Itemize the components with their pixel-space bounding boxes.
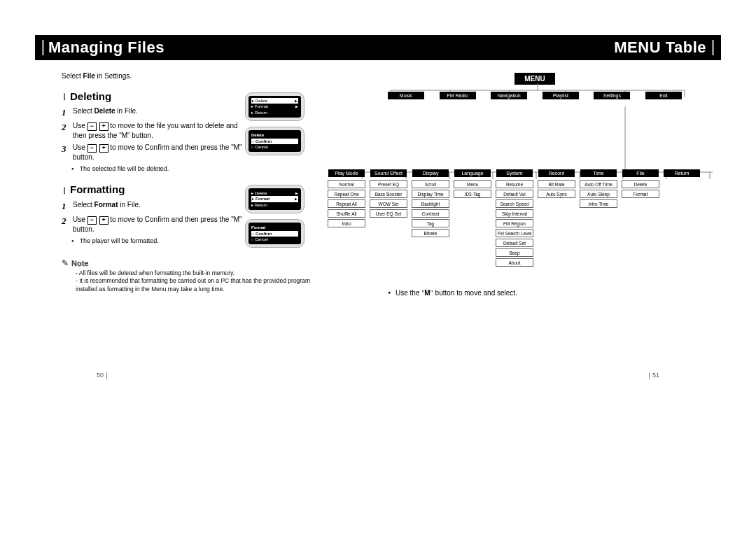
settings-sub-column: FileDeleteFormat bbox=[622, 169, 659, 268]
settings-leaf: Bitrate bbox=[412, 229, 449, 237]
settings-leaf: Shuffle All bbox=[328, 209, 365, 218]
step-text: Select Format in File. bbox=[73, 200, 141, 210]
settings-leaf: WOW Set bbox=[370, 199, 407, 208]
settings-leaf: Repeat All bbox=[328, 199, 365, 208]
text: Select bbox=[73, 201, 94, 209]
menu-node-music: Music bbox=[388, 92, 424, 99]
sheet: Managing Files MENU Table Select File in… bbox=[35, 35, 721, 385]
text: Use the bbox=[396, 289, 421, 297]
settings-sub-column: DisplayScrollDisplay TimeBacklightContra… bbox=[412, 169, 449, 268]
settings-leaf: Repeat One bbox=[328, 190, 365, 198]
settings-leaf: Contrast bbox=[412, 209, 449, 218]
settings-leaf: Auto Off Time bbox=[580, 180, 617, 188]
note-label: Note bbox=[71, 258, 88, 269]
section-marker-icon: ❙ bbox=[62, 92, 67, 101]
text: The selected file will be deleted. bbox=[80, 164, 169, 173]
settings-sub-column: RecordBit RateAuto Sync bbox=[538, 169, 575, 268]
header-right-group: MENU Table bbox=[614, 38, 714, 57]
lcd-line: Return bbox=[251, 110, 298, 115]
settings-leaf: Display Time bbox=[412, 190, 449, 198]
settings-sub-header: Record bbox=[538, 169, 575, 177]
settings-leaf: Normal bbox=[328, 180, 365, 188]
settings-sub-header: Display bbox=[412, 169, 449, 177]
step-number: 3 bbox=[62, 143, 69, 155]
settings-leaf: Tag bbox=[412, 219, 449, 227]
settings-leaf: Search Speed bbox=[496, 199, 533, 208]
settings-leaf: Beep bbox=[496, 248, 533, 257]
header-divider-icon bbox=[712, 40, 714, 55]
settings-leaf: Intro Time bbox=[580, 199, 617, 208]
settings-leaf: Intro bbox=[328, 219, 365, 227]
lcd-line: Cancel bbox=[251, 144, 298, 150]
settings-leaf: Delete bbox=[622, 180, 659, 188]
settings-subtree: Play ModeNormalRepeat OneRepeat AllShuff… bbox=[328, 169, 700, 268]
settings-leaf: FM Region bbox=[496, 219, 533, 227]
lcd-line: Confirm bbox=[251, 139, 298, 144]
settings-leaf: Bit Rate bbox=[538, 180, 575, 188]
settings-leaf: Auto Sync bbox=[538, 190, 575, 198]
settings-sub-header: Sound Effect bbox=[370, 169, 407, 177]
settings-sub-column: Return bbox=[664, 169, 700, 268]
settings-sub-header: File bbox=[622, 169, 659, 177]
text: Select bbox=[73, 107, 94, 115]
text: Use bbox=[73, 216, 88, 223]
lcd-line: Delete bbox=[251, 132, 298, 138]
settings-sub-header: Play Mode bbox=[328, 169, 365, 177]
step-text: Use −+ to move to Confirm and then press… bbox=[73, 143, 248, 162]
note-line: - All files will be deleted when formatt… bbox=[76, 269, 328, 277]
intro-text: Select File in Settings. bbox=[62, 71, 335, 81]
menu-top-row: Music FM Radio Navigation Playlist Setti… bbox=[388, 92, 682, 99]
text: button to move and select. bbox=[433, 289, 517, 297]
header-bar: Managing Files MENU Table bbox=[35, 35, 721, 60]
settings-sub-header: Return bbox=[664, 169, 700, 177]
settings-leaf: Default Vol bbox=[496, 190, 533, 198]
menu-node-playlist: Playlist bbox=[542, 92, 579, 99]
settings-leaf: Skip Interval bbox=[496, 209, 533, 218]
settings-leaf: Scroll bbox=[412, 180, 449, 188]
section-title: Deleting bbox=[70, 90, 111, 104]
content-area: Select File in Settings. ❙ Deleting 1 Se… bbox=[35, 60, 721, 297]
note-header: ✎ Note bbox=[62, 258, 335, 269]
settings-leaf: Default Set bbox=[496, 239, 533, 247]
lcd-line: Cancel bbox=[251, 237, 298, 242]
settings-leaf: Format bbox=[622, 190, 659, 198]
lcd-line: Format bbox=[251, 104, 298, 109]
settings-sub-header: Language bbox=[454, 169, 491, 177]
settings-leaf: Bass Booster bbox=[370, 190, 407, 198]
menu-tree: MENU bbox=[349, 67, 721, 297]
text-bold: Format bbox=[94, 201, 118, 209]
settings-leaf: Resume bbox=[496, 180, 533, 188]
section-marker-icon: ❙ bbox=[62, 185, 67, 195]
lcd-line: Format bbox=[251, 196, 298, 202]
pencil-icon: ✎ bbox=[62, 258, 69, 269]
step-number: 2 bbox=[62, 121, 69, 134]
lcd-line: Format bbox=[251, 225, 298, 230]
menu-root: MENU bbox=[514, 73, 554, 85]
text-bold: M bbox=[424, 289, 430, 297]
settings-leaf: Preset EQ bbox=[370, 180, 407, 188]
text: Use bbox=[73, 143, 88, 151]
text: in File. bbox=[118, 201, 140, 209]
settings-sub-column: SystemResumeDefault VolSearch SpeedSkip … bbox=[496, 169, 533, 268]
text-bold: Delete bbox=[94, 107, 115, 115]
note-line: - It is recommended that formatting be c… bbox=[76, 277, 328, 293]
lcd-line: Confirm bbox=[251, 231, 298, 237]
lcd-formatting-menu: Delete Format Return Format Confirm Canc… bbox=[245, 185, 304, 253]
text: Select bbox=[62, 72, 83, 80]
bullet-icon: ● bbox=[388, 290, 391, 295]
page-number-right: 51 bbox=[646, 372, 659, 379]
lcd-line: Return bbox=[251, 202, 298, 208]
text: Use bbox=[73, 122, 88, 129]
step-number: 1 bbox=[62, 106, 69, 119]
step-number: 1 bbox=[62, 200, 69, 213]
settings-sub-column: Sound EffectPreset EQBass BoosterWOW Set… bbox=[370, 169, 407, 268]
page-number-left: 50 bbox=[97, 372, 110, 379]
lcd-line: Delete bbox=[251, 190, 298, 196]
bullet-icon bbox=[71, 164, 77, 173]
right-column: MENU bbox=[335, 67, 721, 297]
header-left-group: Managing Files bbox=[42, 38, 164, 57]
settings-leaf: ID3-Tag bbox=[454, 190, 491, 198]
settings-leaf: FM Search Level bbox=[496, 229, 533, 237]
settings-leaf: Auto Sleep bbox=[580, 190, 617, 198]
settings-leaf: Backlight bbox=[412, 199, 449, 208]
